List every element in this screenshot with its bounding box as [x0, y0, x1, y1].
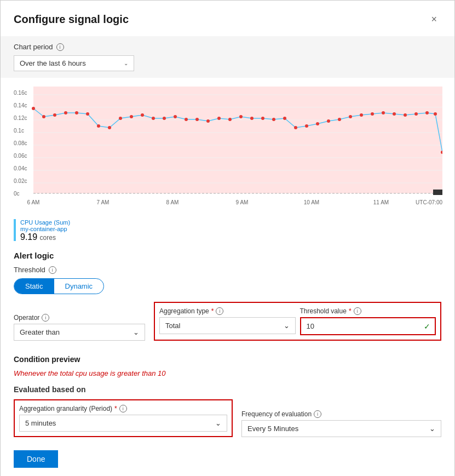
svg-point-32	[174, 115, 177, 118]
legend-resource: my-container-app	[20, 226, 70, 232]
svg-rect-9	[33, 87, 442, 193]
svg-text:0c: 0c	[14, 191, 20, 197]
svg-point-25	[97, 124, 100, 128]
svg-point-40	[261, 117, 264, 120]
evaluated-title: Evaluated based on	[14, 385, 441, 394]
close-button[interactable]: ×	[427, 12, 441, 27]
configure-signal-logic-modal: Configure signal logic × Chart period i …	[0, 0, 455, 476]
svg-point-49	[360, 113, 363, 117]
svg-point-50	[371, 112, 374, 116]
svg-point-43	[294, 126, 297, 129]
svg-point-21	[53, 113, 56, 117]
svg-point-33	[185, 118, 188, 121]
svg-point-22	[64, 111, 67, 114]
chart-period-chevron-icon: ⌄	[124, 60, 128, 66]
svg-point-53	[404, 113, 407, 117]
frequency-dropdown[interactable]: Every 5 Minutes ⌄	[241, 420, 441, 437]
chart-container: 0.16c 0.14c 0.12c 0.1c 0.08c 0.06c 0.04c…	[14, 87, 441, 242]
svg-point-41	[272, 118, 275, 121]
done-button[interactable]: Done	[14, 450, 58, 468]
svg-point-19	[32, 107, 35, 110]
svg-point-26	[108, 126, 111, 129]
threshold-check-icon: ✓	[424, 322, 435, 331]
svg-point-56	[434, 112, 437, 116]
svg-point-38	[239, 115, 243, 118]
threshold-label-row: Threshold i	[14, 266, 441, 274]
svg-point-45	[316, 122, 319, 125]
aggregation-type-dropdown[interactable]: Total ⌄	[159, 317, 296, 334]
svg-point-24	[86, 112, 89, 116]
svg-point-31	[163, 117, 166, 120]
modal-footer: Done	[14, 437, 441, 468]
chart-legend: CPU Usage (Sum) my-container-app 9.19 co…	[14, 219, 441, 242]
agg-granularity-info-icon[interactable]: i	[119, 405, 127, 412]
aggregation-threshold-box: Aggregation type * i Total ⌄ Threshold v…	[154, 302, 441, 341]
aggregation-info-icon[interactable]: i	[216, 307, 223, 315]
svg-point-20	[42, 115, 45, 118]
agg-granularity-group: Aggregation granularity (Period) * i 5 m…	[19, 405, 227, 432]
svg-point-47	[338, 118, 341, 121]
threshold-value-group: Threshold value * i ✓	[300, 307, 436, 335]
svg-text:0.04c: 0.04c	[14, 165, 27, 171]
threshold-value-info-icon[interactable]: i	[354, 307, 361, 315]
evaluated-fields-row: Aggregation granularity (Period) * i 5 m…	[14, 399, 441, 437]
dynamic-toggle-button[interactable]: Dynamic	[54, 279, 104, 294]
modal-header: Configure signal logic ×	[14, 12, 441, 27]
svg-text:0.08c: 0.08c	[14, 140, 27, 146]
agg-granularity-dropdown[interactable]: 5 minutes ⌄	[19, 415, 227, 432]
svg-text:0.02c: 0.02c	[14, 178, 27, 184]
condition-preview-section: Condition preview Whenever the total cpu…	[14, 355, 441, 377]
agg-granularity-label: Aggregation granularity (Period) * i	[19, 405, 227, 412]
frequency-group: Frequency of evaluation i Every 5 Minute…	[241, 410, 441, 437]
svg-text:10 AM: 10 AM	[304, 199, 319, 205]
threshold-info-icon[interactable]: i	[49, 266, 56, 274]
svg-point-52	[393, 112, 396, 116]
legend-metric: CPU Usage (Sum)	[20, 219, 70, 226]
aggregation-type-group: Aggregation type * i Total ⌄	[159, 307, 296, 335]
static-toggle-button[interactable]: Static	[14, 279, 54, 294]
frequency-info-icon[interactable]: i	[314, 410, 321, 418]
legend-unit: cores	[40, 234, 56, 242]
alert-logic-title: Alert logic	[14, 251, 441, 260]
svg-text:UTC-07:00: UTC-07:00	[416, 199, 442, 205]
svg-point-29	[141, 113, 144, 117]
svg-text:11 AM: 11 AM	[373, 199, 389, 205]
chart-period-dropdown[interactable]: Over the last 6 hours ⌄	[14, 55, 134, 71]
svg-point-23	[75, 111, 78, 114]
chart-period-label: Chart period i	[14, 43, 441, 51]
frequency-label: Frequency of evaluation i	[241, 410, 441, 418]
operator-chevron-icon: ⌄	[133, 328, 139, 336]
svg-point-54	[414, 112, 418, 116]
chart-period-info-icon[interactable]: i	[56, 43, 64, 51]
svg-text:0.06c: 0.06c	[14, 153, 27, 159]
svg-text:0.14c: 0.14c	[14, 102, 27, 108]
condition-preview-title: Condition preview	[14, 355, 441, 364]
aggregation-required-marker: *	[211, 307, 214, 315]
legend-value: 9.19	[20, 232, 37, 242]
condition-preview-text: Whenever the total cpu usage is greater …	[14, 369, 441, 377]
svg-point-30	[152, 117, 155, 120]
svg-text:8 AM: 8 AM	[166, 199, 179, 205]
agg-granularity-box: Aggregation granularity (Period) * i 5 m…	[14, 399, 233, 437]
chart-svg: 0.16c 0.14c 0.12c 0.1c 0.08c 0.06c 0.04c…	[14, 87, 442, 213]
legend-value-row: 9.19 cores	[20, 232, 70, 242]
threshold-value-input[interactable]	[301, 318, 424, 334]
threshold-value-input-wrapper: ✓	[300, 317, 436, 335]
evaluated-section: Evaluated based on Aggregation granulari…	[14, 385, 441, 437]
svg-point-44	[305, 124, 308, 128]
operator-info-icon[interactable]: i	[42, 314, 49, 322]
agg-granularity-chevron-icon: ⌄	[215, 419, 221, 427]
svg-point-55	[425, 111, 429, 114]
svg-text:6 AM: 6 AM	[27, 199, 40, 205]
operator-dropdown[interactable]: Greater than ⌄	[14, 324, 145, 341]
svg-text:9 AM: 9 AM	[236, 199, 249, 205]
svg-point-36	[217, 117, 221, 120]
alert-fields-row: Operator i Greater than ⌄ Aggregation ty…	[14, 302, 441, 341]
svg-point-35	[206, 119, 210, 123]
legend-info: CPU Usage (Sum) my-container-app 9.19 co…	[20, 219, 70, 242]
threshold-toggle-group: Static Dynamic	[14, 278, 104, 294]
alert-logic-section: Alert logic Threshold i Static Dynamic O…	[14, 251, 441, 348]
svg-text:0.16c: 0.16c	[14, 90, 27, 96]
svg-point-27	[119, 117, 122, 120]
threshold-value-label: Threshold value * i	[300, 307, 436, 315]
